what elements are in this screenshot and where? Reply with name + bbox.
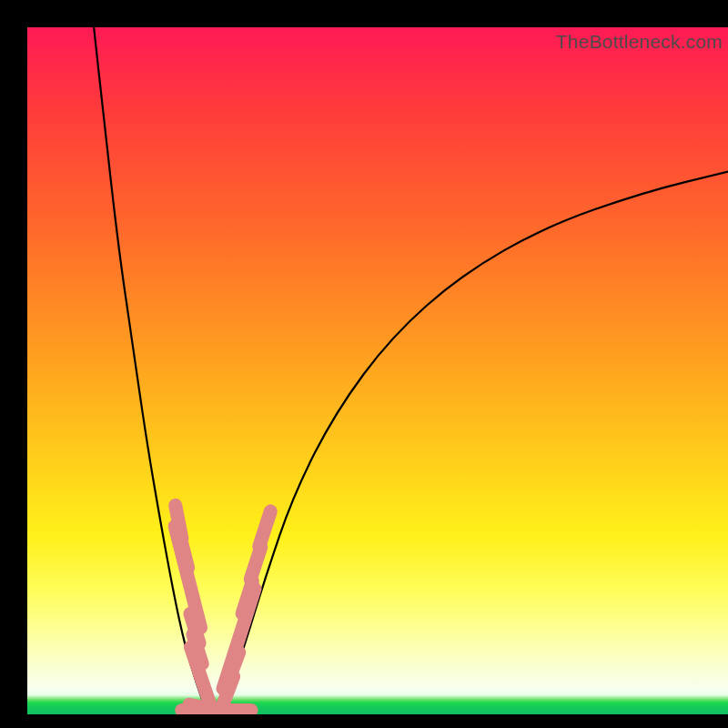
bead-marker — [259, 511, 271, 547]
right-arm-curve — [220, 172, 728, 712]
curve-layer — [27, 27, 728, 714]
chart-frame: TheBottleneck.com — [0, 0, 728, 728]
watermark-text: TheBottleneck.com — [556, 31, 723, 53]
plot-area: TheBottleneck.com — [27, 27, 728, 714]
